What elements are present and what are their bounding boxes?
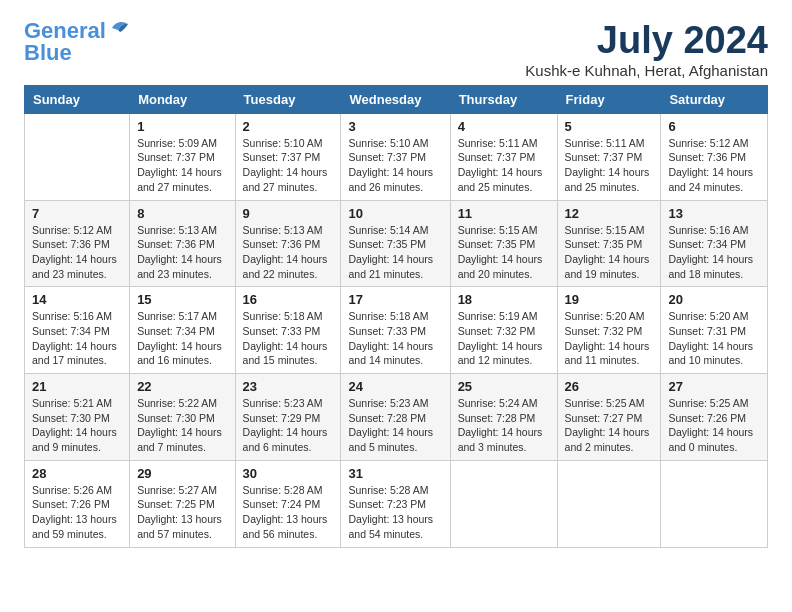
- calendar-cell: 6Sunrise: 5:12 AM Sunset: 7:36 PM Daylig…: [661, 113, 768, 200]
- day-number: 29: [137, 466, 227, 481]
- calendar-cell: 19Sunrise: 5:20 AM Sunset: 7:32 PM Dayli…: [557, 287, 661, 374]
- day-number: 24: [348, 379, 442, 394]
- day-info: Sunrise: 5:15 AM Sunset: 7:35 PM Dayligh…: [458, 223, 550, 282]
- day-number: 12: [565, 206, 654, 221]
- day-info: Sunrise: 5:18 AM Sunset: 7:33 PM Dayligh…: [348, 309, 442, 368]
- location-subtitle: Kushk-e Kuhnah, Herat, Afghanistan: [525, 62, 768, 79]
- calendar-week-row: 1Sunrise: 5:09 AM Sunset: 7:37 PM Daylig…: [25, 113, 768, 200]
- day-number: 7: [32, 206, 122, 221]
- calendar-cell: 11Sunrise: 5:15 AM Sunset: 7:35 PM Dayli…: [450, 200, 557, 287]
- calendar-cell: 20Sunrise: 5:20 AM Sunset: 7:31 PM Dayli…: [661, 287, 768, 374]
- calendar-cell: 23Sunrise: 5:23 AM Sunset: 7:29 PM Dayli…: [235, 374, 341, 461]
- day-info: Sunrise: 5:10 AM Sunset: 7:37 PM Dayligh…: [348, 136, 442, 195]
- calendar-cell: 7Sunrise: 5:12 AM Sunset: 7:36 PM Daylig…: [25, 200, 130, 287]
- day-number: 30: [243, 466, 334, 481]
- day-info: Sunrise: 5:11 AM Sunset: 7:37 PM Dayligh…: [458, 136, 550, 195]
- calendar-cell: 30Sunrise: 5:28 AM Sunset: 7:24 PM Dayli…: [235, 460, 341, 547]
- month-year-title: July 2024: [525, 20, 768, 62]
- calendar-cell: 15Sunrise: 5:17 AM Sunset: 7:34 PM Dayli…: [130, 287, 235, 374]
- day-info: Sunrise: 5:11 AM Sunset: 7:37 PM Dayligh…: [565, 136, 654, 195]
- title-block: July 2024 Kushk-e Kuhnah, Herat, Afghani…: [525, 20, 768, 79]
- calendar-week-row: 21Sunrise: 5:21 AM Sunset: 7:30 PM Dayli…: [25, 374, 768, 461]
- calendar-cell: 24Sunrise: 5:23 AM Sunset: 7:28 PM Dayli…: [341, 374, 450, 461]
- day-info: Sunrise: 5:21 AM Sunset: 7:30 PM Dayligh…: [32, 396, 122, 455]
- day-info: Sunrise: 5:25 AM Sunset: 7:27 PM Dayligh…: [565, 396, 654, 455]
- day-number: 5: [565, 119, 654, 134]
- day-number: 9: [243, 206, 334, 221]
- calendar-table: SundayMondayTuesdayWednesdayThursdayFrid…: [24, 85, 768, 548]
- day-number: 3: [348, 119, 442, 134]
- day-number: 14: [32, 292, 122, 307]
- calendar-cell: 26Sunrise: 5:25 AM Sunset: 7:27 PM Dayli…: [557, 374, 661, 461]
- calendar-cell: 4Sunrise: 5:11 AM Sunset: 7:37 PM Daylig…: [450, 113, 557, 200]
- calendar-cell: 25Sunrise: 5:24 AM Sunset: 7:28 PM Dayli…: [450, 374, 557, 461]
- day-number: 10: [348, 206, 442, 221]
- calendar-cell: 12Sunrise: 5:15 AM Sunset: 7:35 PM Dayli…: [557, 200, 661, 287]
- day-info: Sunrise: 5:09 AM Sunset: 7:37 PM Dayligh…: [137, 136, 227, 195]
- day-info: Sunrise: 5:20 AM Sunset: 7:32 PM Dayligh…: [565, 309, 654, 368]
- calendar-cell: 5Sunrise: 5:11 AM Sunset: 7:37 PM Daylig…: [557, 113, 661, 200]
- day-info: Sunrise: 5:26 AM Sunset: 7:26 PM Dayligh…: [32, 483, 122, 542]
- day-info: Sunrise: 5:17 AM Sunset: 7:34 PM Dayligh…: [137, 309, 227, 368]
- calendar-cell: [25, 113, 130, 200]
- calendar-cell: 8Sunrise: 5:13 AM Sunset: 7:36 PM Daylig…: [130, 200, 235, 287]
- calendar-cell: 27Sunrise: 5:25 AM Sunset: 7:26 PM Dayli…: [661, 374, 768, 461]
- logo-bird-icon: [110, 18, 132, 38]
- calendar-week-row: 14Sunrise: 5:16 AM Sunset: 7:34 PM Dayli…: [25, 287, 768, 374]
- calendar-cell: 18Sunrise: 5:19 AM Sunset: 7:32 PM Dayli…: [450, 287, 557, 374]
- calendar-cell: [450, 460, 557, 547]
- calendar-week-row: 28Sunrise: 5:26 AM Sunset: 7:26 PM Dayli…: [25, 460, 768, 547]
- day-number: 15: [137, 292, 227, 307]
- day-number: 16: [243, 292, 334, 307]
- calendar-cell: 1Sunrise: 5:09 AM Sunset: 7:37 PM Daylig…: [130, 113, 235, 200]
- column-header-saturday: Saturday: [661, 85, 768, 113]
- column-header-thursday: Thursday: [450, 85, 557, 113]
- day-number: 11: [458, 206, 550, 221]
- calendar-cell: 9Sunrise: 5:13 AM Sunset: 7:36 PM Daylig…: [235, 200, 341, 287]
- day-info: Sunrise: 5:15 AM Sunset: 7:35 PM Dayligh…: [565, 223, 654, 282]
- day-number: 13: [668, 206, 760, 221]
- day-number: 6: [668, 119, 760, 134]
- day-number: 23: [243, 379, 334, 394]
- calendar-cell: 28Sunrise: 5:26 AM Sunset: 7:26 PM Dayli…: [25, 460, 130, 547]
- calendar-cell: 3Sunrise: 5:10 AM Sunset: 7:37 PM Daylig…: [341, 113, 450, 200]
- day-info: Sunrise: 5:18 AM Sunset: 7:33 PM Dayligh…: [243, 309, 334, 368]
- day-info: Sunrise: 5:16 AM Sunset: 7:34 PM Dayligh…: [668, 223, 760, 282]
- day-number: 26: [565, 379, 654, 394]
- calendar-header-row: SundayMondayTuesdayWednesdayThursdayFrid…: [25, 85, 768, 113]
- column-header-friday: Friday: [557, 85, 661, 113]
- day-number: 21: [32, 379, 122, 394]
- day-info: Sunrise: 5:25 AM Sunset: 7:26 PM Dayligh…: [668, 396, 760, 455]
- calendar-cell: 22Sunrise: 5:22 AM Sunset: 7:30 PM Dayli…: [130, 374, 235, 461]
- day-info: Sunrise: 5:24 AM Sunset: 7:28 PM Dayligh…: [458, 396, 550, 455]
- calendar-week-row: 7Sunrise: 5:12 AM Sunset: 7:36 PM Daylig…: [25, 200, 768, 287]
- day-info: Sunrise: 5:16 AM Sunset: 7:34 PM Dayligh…: [32, 309, 122, 368]
- day-info: Sunrise: 5:13 AM Sunset: 7:36 PM Dayligh…: [243, 223, 334, 282]
- day-info: Sunrise: 5:14 AM Sunset: 7:35 PM Dayligh…: [348, 223, 442, 282]
- day-number: 4: [458, 119, 550, 134]
- logo-text: GeneralBlue: [24, 20, 106, 64]
- calendar-cell: 16Sunrise: 5:18 AM Sunset: 7:33 PM Dayli…: [235, 287, 341, 374]
- day-info: Sunrise: 5:10 AM Sunset: 7:37 PM Dayligh…: [243, 136, 334, 195]
- column-header-sunday: Sunday: [25, 85, 130, 113]
- day-info: Sunrise: 5:23 AM Sunset: 7:28 PM Dayligh…: [348, 396, 442, 455]
- calendar-cell: [557, 460, 661, 547]
- column-header-wednesday: Wednesday: [341, 85, 450, 113]
- calendar-cell: 2Sunrise: 5:10 AM Sunset: 7:37 PM Daylig…: [235, 113, 341, 200]
- day-info: Sunrise: 5:22 AM Sunset: 7:30 PM Dayligh…: [137, 396, 227, 455]
- day-number: 17: [348, 292, 442, 307]
- day-number: 18: [458, 292, 550, 307]
- day-number: 27: [668, 379, 760, 394]
- calendar-cell: 14Sunrise: 5:16 AM Sunset: 7:34 PM Dayli…: [25, 287, 130, 374]
- day-info: Sunrise: 5:28 AM Sunset: 7:24 PM Dayligh…: [243, 483, 334, 542]
- calendar-cell: [661, 460, 768, 547]
- day-number: 19: [565, 292, 654, 307]
- day-info: Sunrise: 5:12 AM Sunset: 7:36 PM Dayligh…: [32, 223, 122, 282]
- day-info: Sunrise: 5:28 AM Sunset: 7:23 PM Dayligh…: [348, 483, 442, 542]
- day-number: 28: [32, 466, 122, 481]
- calendar-cell: 17Sunrise: 5:18 AM Sunset: 7:33 PM Dayli…: [341, 287, 450, 374]
- day-number: 22: [137, 379, 227, 394]
- column-header-monday: Monday: [130, 85, 235, 113]
- day-number: 25: [458, 379, 550, 394]
- logo: GeneralBlue: [24, 20, 132, 64]
